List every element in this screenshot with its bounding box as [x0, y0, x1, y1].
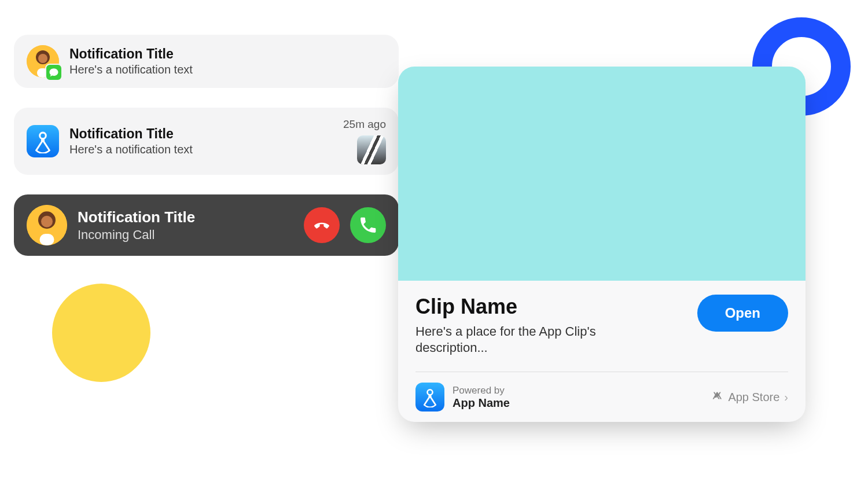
message-bubble-icon	[45, 64, 62, 81]
notification-stack: Notification Title Here's a notification…	[14, 35, 399, 256]
notification-body: Here's a notification text	[69, 63, 386, 76]
avatar-image	[27, 205, 67, 245]
notification-item[interactable]: Notification Title Here's a notification…	[14, 108, 399, 175]
app-store-link[interactable]: App Store ›	[711, 391, 788, 404]
accept-call-button[interactable]	[350, 207, 386, 243]
powered-by-label: Powered by	[453, 385, 510, 396]
svg-point-10	[428, 390, 433, 395]
notification-title: Notification Title	[69, 126, 333, 142]
person-icon	[27, 205, 67, 245]
divider	[415, 372, 788, 372]
notification-body: Here's a notification text	[69, 143, 333, 156]
svg-point-2	[38, 54, 47, 63]
call-actions	[304, 207, 386, 243]
avatar	[27, 45, 59, 78]
notification-meta: 25m ago	[343, 118, 386, 164]
svg-rect-9	[40, 234, 54, 245]
phone-down-icon	[312, 215, 332, 235]
notification-title: Notification Title	[78, 208, 293, 226]
decline-call-button[interactable]	[304, 207, 340, 243]
app-clip-card: Clip Name Here's a place for the App Cli…	[398, 67, 806, 422]
powered-by-app-name: App Name	[453, 396, 510, 410]
clip-name: Clip Name	[415, 295, 664, 319]
notification-body: Incoming Call	[78, 227, 293, 243]
notification-text: Notification Title Incoming Call	[78, 208, 293, 243]
app-store-label: App Store	[728, 391, 779, 404]
svg-point-8	[41, 216, 53, 227]
notification-call[interactable]: Notification Title Incoming Call	[14, 194, 399, 256]
notification-thumbnail	[357, 135, 386, 164]
open-button[interactable]: Open	[697, 295, 788, 332]
clip-footer: Powered by App Name App Store ›	[415, 383, 788, 412]
yellow-circle-decoration	[52, 284, 150, 382]
app-store-icon	[711, 391, 723, 403]
clip-description: Here's a place for the App Clip's descri…	[415, 324, 664, 355]
phone-icon	[358, 215, 378, 235]
clip-hero-image	[398, 67, 806, 281]
notification-time: 25m ago	[343, 118, 386, 131]
notification-text: Notification Title Here's a notification…	[69, 46, 386, 76]
notification-title: Notification Title	[69, 46, 386, 62]
clip-info: Clip Name Here's a place for the App Cli…	[415, 295, 664, 355]
chevron-right-icon: ›	[784, 391, 788, 404]
notification-item[interactable]: Notification Title Here's a notification…	[14, 35, 399, 88]
powered-by: Powered by App Name	[415, 383, 510, 412]
svg-point-4	[40, 133, 46, 139]
compass-app-icon	[27, 125, 59, 157]
clip-body: Clip Name Here's a place for the App Cli…	[398, 281, 806, 422]
compass-app-icon	[415, 383, 444, 412]
notification-text: Notification Title Here's a notification…	[69, 126, 333, 156]
